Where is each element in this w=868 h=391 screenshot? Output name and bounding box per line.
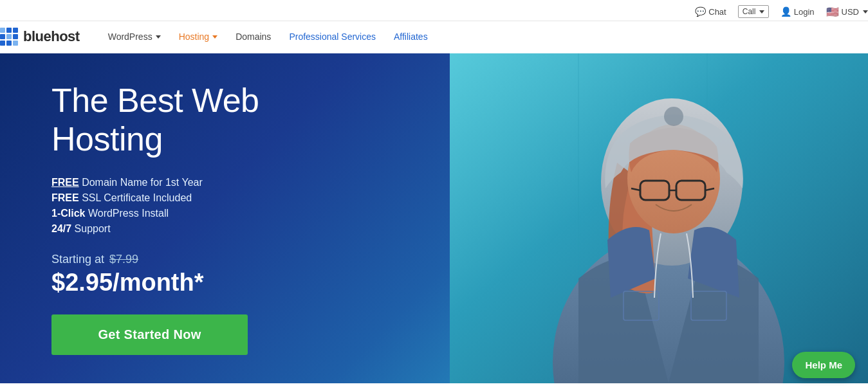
- header: 💬 Chat Call 👤 Login 🇺🇸 USD: [0, 0, 868, 53]
- hero-person-svg: [450, 53, 868, 383]
- pricing-starting-line: Starting at $7.99: [51, 253, 335, 266]
- get-started-button[interactable]: Get Started Now: [51, 314, 248, 355]
- nav-label-affiliates: Affiliates: [394, 32, 428, 42]
- pricing-block: Starting at $7.99 $2.95/month*: [51, 253, 335, 296]
- call-link[interactable]: Call: [738, 5, 769, 18]
- wordpress-dropdown-icon: [156, 35, 161, 39]
- feature-wordpress: 1-Click WordPress Install: [51, 208, 335, 219]
- chat-link[interactable]: 💬 Chat: [695, 6, 726, 17]
- call-box: Call: [738, 5, 769, 18]
- feature-domain-text: Domain Name for 1st Year: [82, 177, 203, 188]
- pricing-old-price: $7.99: [109, 253, 138, 266]
- svg-point-7: [664, 107, 683, 126]
- currency-selector[interactable]: 🇺🇸 USD: [826, 6, 868, 18]
- flag-icon: 🇺🇸: [826, 6, 839, 18]
- hosting-dropdown-icon: [212, 35, 217, 39]
- nav-item-affiliates[interactable]: Affiliates: [385, 28, 437, 46]
- hero-title: The Best Web Hosting: [51, 82, 335, 159]
- pricing-main-price: $2.95/month*: [51, 269, 335, 296]
- main-nav: bluehost WordPress Hosting Domains Profe…: [0, 21, 868, 53]
- nav-item-professional-services[interactable]: Professional Services: [280, 28, 385, 46]
- hero-bg: [450, 53, 868, 383]
- header-top: 💬 Chat Call 👤 Login 🇺🇸 USD: [0, 0, 868, 21]
- nav-item-domains[interactable]: Domains: [226, 28, 280, 46]
- nav-label-domains: Domains: [235, 32, 271, 42]
- logo-text: bluehost: [23, 28, 80, 45]
- feature-247: 24/7: [51, 223, 71, 234]
- logo-grid-icon: [0, 28, 18, 46]
- nav-label-wordpress: WordPress: [108, 32, 152, 42]
- chat-label: Chat: [708, 7, 726, 17]
- nav-label-professional-services: Professional Services: [289, 32, 376, 42]
- currency-label: USD: [842, 7, 859, 17]
- feature-wordpress-text: WordPress Install: [88, 208, 169, 219]
- hero-section: The Best Web Hosting FREE Domain Name fo…: [0, 53, 868, 383]
- feature-support: 24/7 Support: [51, 223, 335, 235]
- feature-support-text: Support: [75, 223, 111, 234]
- feature-1click: 1-Click: [51, 208, 85, 219]
- hero-features-list: FREE Domain Name for 1st Year FREE SSL C…: [51, 177, 335, 235]
- nav-label-hosting: Hosting: [179, 32, 209, 42]
- feature-free-underline: FREE: [51, 177, 79, 188]
- login-link[interactable]: 👤 Login: [780, 6, 815, 17]
- logo[interactable]: bluehost: [0, 28, 80, 46]
- login-label: Login: [794, 7, 815, 17]
- feature-domain: FREE Domain Name for 1st Year: [51, 177, 335, 188]
- user-icon: 👤: [780, 6, 791, 17]
- pricing-starting-text: Starting at: [51, 253, 104, 266]
- hero-content: The Best Web Hosting FREE Domain Name fo…: [0, 56, 386, 381]
- nav-item-hosting[interactable]: Hosting: [170, 28, 226, 46]
- feature-ssl: FREE SSL Certificate Included: [51, 192, 335, 204]
- call-label: Call: [743, 7, 756, 16]
- feature-ssl-text: SSL Certificate Included: [82, 192, 192, 203]
- currency-dropdown-icon: [863, 10, 868, 14]
- call-dropdown-icon: [759, 10, 764, 14]
- help-me-button[interactable]: Help Me: [792, 352, 855, 378]
- hero-person-image: [450, 53, 868, 383]
- nav-item-wordpress[interactable]: WordPress: [99, 28, 170, 46]
- feature-free-ssl: FREE: [51, 192, 79, 203]
- chat-bubble-icon: 💬: [695, 6, 706, 17]
